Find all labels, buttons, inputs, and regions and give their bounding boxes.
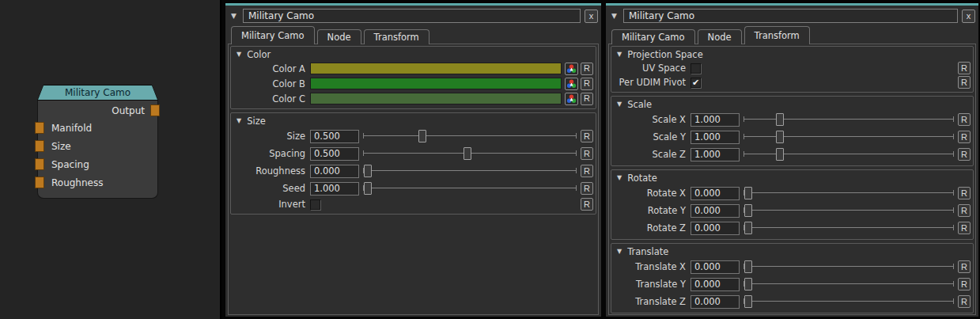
tab-node[interactable]: Node <box>698 29 742 44</box>
collapse-arrow-icon[interactable]: ▼ <box>609 12 619 20</box>
collapse-arrow-icon[interactable]: ▼ <box>617 101 622 108</box>
reset-button[interactable]: R <box>581 165 593 177</box>
reset-button[interactable]: R <box>958 222 971 234</box>
tab-military-camo[interactable]: Military Camo <box>611 29 695 44</box>
translate-x-input[interactable]: 0.000 <box>691 260 740 274</box>
reset-button[interactable]: R <box>958 295 971 308</box>
size-input[interactable]: 0.500 <box>310 130 359 143</box>
input-port-manifold[interactable] <box>35 122 44 134</box>
reset-button[interactable]: R <box>581 63 593 75</box>
rotate-x-slider[interactable] <box>744 185 954 201</box>
reset-button[interactable]: R <box>958 113 971 126</box>
collapse-arrow-icon[interactable]: ▼ <box>236 117 241 124</box>
reset-button[interactable]: R <box>581 147 593 160</box>
reset-button[interactable]: R <box>581 198 593 211</box>
slider-handle[interactable] <box>776 148 784 161</box>
reset-button[interactable]: R <box>958 131 971 143</box>
reset-button[interactable]: R <box>581 78 593 90</box>
tab-transform[interactable]: Transform <box>744 26 810 44</box>
panel-title-field[interactable]: Military Camo <box>623 9 958 23</box>
group-header[interactable]: ▼ Scale <box>613 97 971 111</box>
slider-handle[interactable] <box>418 130 426 142</box>
reset-button[interactable]: R <box>581 182 593 195</box>
group-header[interactable]: ▼ Color <box>233 47 594 61</box>
slider-handle[interactable] <box>364 182 372 195</box>
input-port-spacing[interactable] <box>35 158 44 170</box>
slider-handle[interactable] <box>776 131 784 143</box>
slider-handle[interactable] <box>744 278 752 291</box>
scale-z-input[interactable]: 1.000 <box>691 148 740 161</box>
scale-x-slider[interactable] <box>744 112 954 127</box>
translate-y-slider[interactable] <box>744 276 954 292</box>
panel-title-field[interactable]: Military Camo <box>243 9 581 23</box>
slider-handle[interactable] <box>464 147 471 160</box>
scale-z-slider[interactable] <box>744 146 954 162</box>
scale-x-input[interactable]: 1.000 <box>691 113 740 127</box>
color-picker-button[interactable] <box>565 78 578 90</box>
group-header[interactable]: ▼ Projection Space <box>613 47 971 61</box>
rotate-z-slider[interactable] <box>744 220 954 236</box>
rotate-z-input[interactable]: 0.000 <box>691 222 740 235</box>
input-port-size[interactable] <box>35 140 44 152</box>
slider-handle[interactable] <box>776 113 784 126</box>
reset-button[interactable]: R <box>581 93 593 105</box>
seed-input[interactable]: 1.000 <box>310 182 359 196</box>
close-button[interactable]: x <box>585 9 598 23</box>
rotate-y-input[interactable]: 0.000 <box>691 204 740 218</box>
scale-y-input[interactable]: 1.000 <box>691 131 740 144</box>
scale-y-slider[interactable] <box>744 129 954 145</box>
translate-y-input[interactable]: 0.000 <box>691 278 740 291</box>
reset-button[interactable]: R <box>958 62 971 74</box>
tab-transform[interactable]: Transform <box>364 29 429 44</box>
reset-button[interactable]: R <box>581 130 593 142</box>
color-picker-button[interactable] <box>565 63 578 75</box>
reset-button[interactable]: R <box>958 204 971 217</box>
slider-handle[interactable] <box>744 187 752 199</box>
per-udim-pivot-checkbox[interactable]: ✔ <box>691 78 701 88</box>
spacing-input[interactable]: 0.500 <box>310 147 359 161</box>
reset-button[interactable]: R <box>958 76 971 89</box>
slider-handle[interactable] <box>744 204 752 217</box>
color-c-swatch[interactable] <box>310 93 562 104</box>
rotate-x-input[interactable]: 0.000 <box>691 187 740 200</box>
color-picker-button[interactable] <box>565 93 578 105</box>
translate-x-slider[interactable] <box>744 259 954 275</box>
size-slider[interactable] <box>363 128 577 144</box>
tab-military-camo[interactable]: Military Camo <box>231 26 315 44</box>
color-b-swatch[interactable] <box>310 78 562 89</box>
collapse-arrow-icon[interactable]: ▼ <box>617 248 622 255</box>
group-header[interactable]: ▼ Translate <box>613 245 971 258</box>
seed-slider[interactable] <box>363 180 577 196</box>
invert-checkbox[interactable] <box>310 199 320 210</box>
roughness-slider[interactable] <box>363 163 577 179</box>
reset-button[interactable]: R <box>958 187 971 199</box>
group-header[interactable]: ▼ Rotate <box>613 171 971 184</box>
group-header[interactable]: ▼ Size <box>233 114 594 127</box>
uv-space-checkbox[interactable] <box>691 63 701 74</box>
close-button[interactable]: x <box>962 9 975 23</box>
reset-button[interactable]: R <box>958 260 971 273</box>
collapse-arrow-icon[interactable]: ▼ <box>617 51 622 58</box>
color-a-swatch[interactable] <box>310 63 562 74</box>
slider-handle[interactable] <box>744 295 752 308</box>
spacing-slider[interactable] <box>363 146 577 161</box>
slider-handle[interactable] <box>744 222 752 234</box>
translate-z-slider[interactable] <box>744 294 954 310</box>
collapse-arrow-icon[interactable]: ▼ <box>236 51 241 58</box>
translate-z-input[interactable]: 0.000 <box>691 295 740 309</box>
node-body[interactable]: Output Manifold Size Spacing Roug <box>37 101 158 199</box>
node-header[interactable]: Military Camo <box>37 85 158 101</box>
collapse-arrow-icon[interactable]: ▼ <box>617 174 622 181</box>
input-port-roughness[interactable] <box>35 177 44 188</box>
output-port[interactable] <box>150 104 160 116</box>
node-graph-canvas[interactable]: Military Camo Output Manifold Size <box>0 0 221 319</box>
rotate-y-slider[interactable] <box>744 203 954 218</box>
military-camo-node[interactable]: Military Camo Output Manifold Size <box>37 85 158 199</box>
reset-button[interactable]: R <box>958 278 971 291</box>
collapse-arrow-icon[interactable]: ▼ <box>229 12 239 20</box>
tab-node[interactable]: Node <box>317 29 361 44</box>
slider-handle[interactable] <box>364 165 372 177</box>
roughness-input[interactable]: 0.000 <box>310 165 359 178</box>
reset-button[interactable]: R <box>958 148 971 161</box>
slider-handle[interactable] <box>744 260 752 273</box>
